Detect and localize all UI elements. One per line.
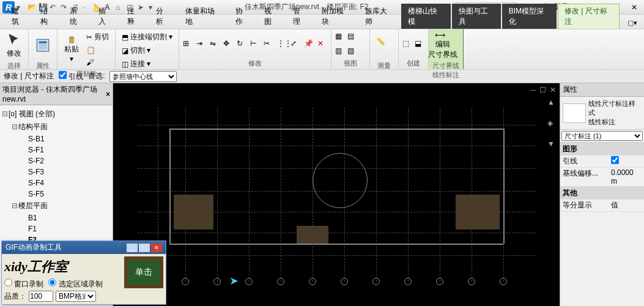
tab-bim[interactable]: BIM模型深化 bbox=[502, 4, 557, 29]
leader-checkbox-label[interactable]: 引线 bbox=[59, 71, 83, 82]
props-type-selector[interactable]: 线性尺寸标注样式 线性标注 bbox=[560, 97, 644, 130]
gif-recorder-window[interactable]: GIF动画录制工具 _ ☐ ✕ xidy工作室 窗口录制 选定区域录制 品质： … bbox=[1, 241, 166, 305]
paste-button[interactable]: 粘贴▾ bbox=[61, 35, 82, 64]
gif-close-button[interactable]: ✕ bbox=[151, 244, 162, 252]
scale-icon[interactable]: ⤢ bbox=[291, 39, 300, 49]
tab-stair[interactable]: 楼梯山快模 bbox=[401, 4, 450, 29]
cut-geom-button[interactable]: ◪切割 ▾ bbox=[119, 44, 153, 57]
move-icon[interactable]: ✥ bbox=[223, 39, 233, 49]
cursor-icon bbox=[6, 32, 22, 48]
dim-edit-icon: ⟷ bbox=[435, 31, 451, 39]
edit-witness-button[interactable]: ⟷编辑 尺寸界线 bbox=[432, 31, 453, 60]
tab-modify-dim[interactable]: 修改 | 尺寸标注 bbox=[558, 4, 620, 29]
tree-b1[interactable]: B1 bbox=[1, 212, 111, 223]
nav-cube-icon[interactable]: ◈ bbox=[547, 119, 555, 127]
view-icon3[interactable]: ▥ bbox=[335, 47, 345, 56]
tab-arch[interactable]: 建筑 bbox=[5, 4, 32, 29]
cursor-indicator: ➤ bbox=[229, 274, 239, 288]
tab-systems[interactable]: 系统 bbox=[63, 4, 91, 29]
browser-close-icon[interactable]: × bbox=[106, 90, 110, 99]
gif-record-button[interactable]: 单击 bbox=[124, 256, 163, 288]
ribbon-tabs: 建筑 结构 系统 插入 注释 分析 体量和场地 协作 视图 管理 附加模块 族库… bbox=[0, 15, 644, 29]
gif-radio-region[interactable]: 选定区域录制 bbox=[48, 278, 102, 289]
pref-select[interactable]: 参照墙中心线 bbox=[109, 71, 177, 82]
gif-format-select[interactable]: BMP格式 bbox=[56, 291, 96, 302]
tab-manage[interactable]: 管理 bbox=[286, 4, 314, 29]
gif-title-bar[interactable]: GIF动画录制工具 _ ☐ ✕ bbox=[2, 241, 166, 254]
eq-value[interactable]: 值 bbox=[611, 200, 642, 211]
gif-quality-label: 品质： bbox=[4, 291, 26, 302]
tab-struct[interactable]: 结构 bbox=[34, 4, 61, 29]
tree-sf3[interactable]: S-F3 bbox=[1, 166, 111, 177]
clip-copy[interactable]: 📋 bbox=[84, 45, 111, 56]
align-icon[interactable]: ⊞ bbox=[183, 39, 193, 49]
gif-max-button[interactable]: ☐ bbox=[139, 244, 150, 252]
close-button[interactable]: ✕ bbox=[627, 2, 642, 13]
gif-quality-input[interactable] bbox=[29, 291, 53, 302]
panel-measure-label: 测量 bbox=[374, 60, 394, 70]
array-icon[interactable]: ⋮⋮ bbox=[277, 39, 287, 49]
tab-annotate[interactable]: 注释 bbox=[120, 4, 148, 29]
nav-down-icon[interactable]: ▼ bbox=[547, 140, 555, 148]
delete-icon[interactable]: ✕ bbox=[317, 39, 327, 49]
tab-quick[interactable]: 快图与工具 bbox=[452, 4, 501, 29]
create-icon2[interactable]: ⬓ bbox=[415, 39, 424, 49]
modify-button[interactable]: 修改 bbox=[4, 31, 24, 60]
props-instance-select[interactable]: 尺寸标注 (1) bbox=[561, 131, 643, 141]
view-icon4[interactable]: ▧ bbox=[347, 47, 357, 56]
gif-radio-window[interactable]: 窗口录制 bbox=[4, 278, 43, 289]
offset-icon[interactable]: ⇥ bbox=[196, 39, 206, 49]
rotate-icon[interactable]: ↻ bbox=[237, 39, 246, 49]
trim-icon[interactable]: ⊢ bbox=[250, 39, 260, 49]
options-bar: 修改 | 尺寸标注 引线 首选: 参照墙中心线 bbox=[0, 70, 644, 83]
tab-collab[interactable]: 协作 bbox=[229, 4, 256, 29]
view-max-icon[interactable]: ☐ bbox=[539, 86, 546, 94]
join-button[interactable]: ◫连接 ▾ bbox=[119, 58, 153, 70]
clip-match[interactable]: 🖌 bbox=[84, 57, 111, 68]
tab-massing[interactable]: 体量和场地 bbox=[179, 4, 228, 29]
leader-checkbox[interactable] bbox=[59, 71, 67, 79]
brush-icon: 🖌 bbox=[86, 58, 94, 67]
tree-struct-plans[interactable]: ⊟结构平面 bbox=[1, 121, 111, 133]
pin-icon[interactable]: 📌 bbox=[304, 39, 314, 49]
hide-icon[interactable]: ▦ bbox=[335, 32, 345, 42]
clip-cut[interactable]: ✂剪切 bbox=[84, 31, 111, 43]
cope-button[interactable]: ⬒连接端切割 ▾ bbox=[119, 31, 175, 43]
tab-insert[interactable]: 插入 bbox=[92, 4, 119, 29]
properties-button[interactable] bbox=[32, 31, 53, 60]
panel-select: 修改 选择 bbox=[0, 29, 29, 69]
gif-min-button[interactable]: _ bbox=[127, 244, 138, 252]
pref-label: 首选: bbox=[88, 71, 105, 81]
tree-root[interactable]: ⊟[o] 视图 (全部) bbox=[1, 108, 111, 121]
tab-panel-toggle[interactable]: ▢▾ bbox=[621, 17, 644, 29]
tree-floor-plans[interactable]: ⊟楼层平面 bbox=[1, 200, 111, 212]
tree-sb1[interactable]: S-B1 bbox=[1, 133, 111, 144]
tab-addins[interactable]: 附加模块 bbox=[315, 4, 357, 29]
svg-rect-2 bbox=[39, 45, 47, 46]
split-icon[interactable]: ✂ bbox=[264, 39, 273, 49]
gif-body: xidy工作室 窗口录制 选定区域录制 品质： BMP格式 单击 bbox=[2, 254, 166, 304]
drawing-canvas[interactable]: ─ ☐ ✕ bbox=[113, 83, 560, 306]
svg-rect-5 bbox=[70, 36, 73, 37]
mirror-icon[interactable]: ⇋ bbox=[210, 39, 220, 49]
tab-view[interactable]: 视图 bbox=[257, 4, 285, 29]
panel-props: 属性 bbox=[29, 29, 57, 69]
tree-sf4[interactable]: S-F4 bbox=[1, 177, 111, 188]
tree-sf5[interactable]: S-F5 bbox=[1, 188, 111, 200]
panel-clipboard: 粘贴▾ ✂剪切 📋 🖌 剪贴板 bbox=[57, 29, 116, 69]
tab-analyze[interactable]: 分析 bbox=[149, 4, 177, 29]
view-min-icon[interactable]: ─ bbox=[530, 86, 536, 94]
leader-prop-checkbox[interactable] bbox=[611, 156, 619, 164]
measure-button[interactable]: 📏 bbox=[374, 31, 394, 60]
tree-sf1[interactable]: S-F1 bbox=[1, 144, 111, 155]
baseoff-value[interactable]: 0.0000 m bbox=[611, 168, 642, 185]
view-close-icon[interactable]: ✕ bbox=[550, 86, 556, 94]
view-icon2[interactable]: ▤ bbox=[347, 32, 357, 42]
nav-up-icon[interactable]: ▲ bbox=[547, 98, 555, 106]
gif-logo-text: xidy工作室 bbox=[4, 256, 120, 277]
tree-sf2[interactable]: S-F2 bbox=[1, 155, 111, 166]
tab-family[interactable]: 族库大师 bbox=[358, 4, 401, 29]
props-row-leader: 引线 bbox=[560, 155, 644, 168]
create-icon1[interactable]: ⬚ bbox=[402, 39, 412, 49]
tree-f1[interactable]: F1 bbox=[1, 223, 111, 234]
